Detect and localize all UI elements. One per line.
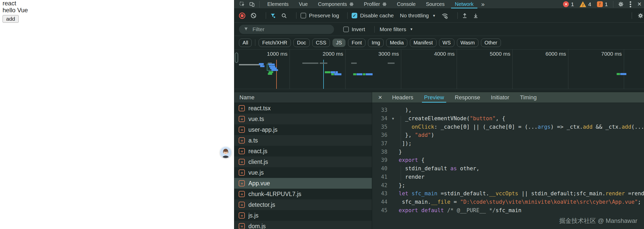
request-name: js.js xyxy=(248,212,259,219)
filter-chip-js[interactable]: JS xyxy=(332,39,346,47)
request-row-app-vue[interactable]: App.vue xyxy=(234,178,372,189)
filter-chip-wasm[interactable]: Wasm xyxy=(457,39,478,47)
code-line: 38} xyxy=(372,148,644,156)
filter-chip-manifest[interactable]: Manifest xyxy=(410,39,436,47)
error-badge[interactable]: ×1 xyxy=(563,1,574,7)
request-row-a-ts[interactable]: a.ts xyxy=(234,135,372,146)
filter-bar: Filter Invert More filters ▼ xyxy=(234,23,644,36)
tabbar-right-group: ×1 !4 !1 × xyxy=(560,0,644,8)
atom-icon xyxy=(349,2,354,6)
request-detail-tabs: × HeadersPreviewResponseInitiatorTiming xyxy=(372,92,644,103)
devtools-tab-elements[interactable]: Elements xyxy=(262,0,294,8)
settings-gear-icon[interactable] xyxy=(616,0,626,8)
request-row-vue-ts[interactable]: vue.ts xyxy=(234,114,372,124)
request-row-chunk-4lrpuvl7-js[interactable]: chunk-4LRPUVL7.js xyxy=(234,189,372,199)
waterfall-bar xyxy=(617,73,620,75)
add-button[interactable]: add xyxy=(3,15,19,23)
filter-chip-all[interactable]: All xyxy=(239,39,252,47)
divider xyxy=(259,1,260,8)
filter-chip-ws[interactable]: WS xyxy=(439,39,454,47)
detail-tab-initiator[interactable]: Initiator xyxy=(486,92,515,103)
import-har-icon[interactable] xyxy=(462,13,468,19)
avatar-girl-icon xyxy=(220,147,232,158)
network-overview-timeline[interactable]: 1000 ms2000 ms3000 ms4000 ms5000 ms6000 … xyxy=(234,50,644,89)
page-text-hello-vue: hello Vue xyxy=(3,7,234,14)
waterfall-bar xyxy=(320,63,327,64)
filter-chip-doc[interactable]: Doc xyxy=(293,39,310,47)
filter-chip-other[interactable]: Other xyxy=(481,39,501,47)
more-tabs-icon[interactable]: » xyxy=(479,1,487,8)
line-number: 34 xyxy=(372,115,387,122)
detail-tab-timing[interactable]: Timing xyxy=(515,92,542,103)
code-viewer[interactable]: 33 ),34▼ _createElementVNode("button", {… xyxy=(372,103,644,229)
name-column-header[interactable]: Name xyxy=(234,92,372,103)
waterfall-bar xyxy=(269,71,273,73)
devtools-tab-components[interactable]: Components xyxy=(313,0,359,8)
filter-icon[interactable] xyxy=(270,13,276,19)
code-text: }, "add") xyxy=(399,132,434,138)
filter-input[interactable]: Filter xyxy=(239,25,334,34)
network-toolbar: Preserve log Disable cache No throttling… xyxy=(234,9,644,23)
request-name: vue.js xyxy=(248,169,264,176)
avatar[interactable] xyxy=(220,147,232,158)
devtools-tab-sources[interactable]: Sources xyxy=(421,0,450,8)
preserve-log-checkbox[interactable]: Preserve log xyxy=(301,13,339,19)
detail-tab-preview[interactable]: Preview xyxy=(419,92,449,103)
throttling-select[interactable]: No throttling ▼ xyxy=(400,13,436,19)
more-menu-icon[interactable] xyxy=(630,4,631,5)
tab-label: Profiler xyxy=(364,1,380,7)
search-icon[interactable] xyxy=(281,13,287,19)
filter-chip-css[interactable]: CSS xyxy=(312,39,330,47)
code-line: 35 onClick: _cache[0] || (_cache[0] = (.… xyxy=(372,123,644,131)
request-row-user-app-js[interactable]: user-app.js xyxy=(234,124,372,135)
issues-badge[interactable]: !1 xyxy=(597,1,608,7)
request-row-vue-js[interactable]: vue.js xyxy=(234,167,372,178)
devtools-tab-vue[interactable]: Vue xyxy=(294,0,313,8)
devtools-tab-profiler[interactable]: Profiler xyxy=(359,0,392,8)
timeline-tick-label: 4000 ms xyxy=(416,51,455,57)
inspect-icon[interactable] xyxy=(237,0,247,8)
detail-tab-headers[interactable]: Headers xyxy=(387,92,419,103)
filter-chip-fetch-xhr[interactable]: Fetch/XHR xyxy=(259,39,291,47)
devtools-tab-network[interactable]: Network xyxy=(450,0,479,8)
device-toolbar-icon[interactable] xyxy=(247,0,257,8)
waterfall-bar xyxy=(351,63,357,64)
network-conditions-icon[interactable] xyxy=(441,12,448,19)
warning-badge[interactable]: !4 xyxy=(580,1,591,7)
filter-chip-img[interactable]: Img xyxy=(368,39,384,47)
request-name: client.js xyxy=(248,159,268,165)
line-number: 36 xyxy=(372,132,387,138)
throttling-value: No throttling xyxy=(400,13,429,19)
clear-network-log-icon[interactable] xyxy=(250,13,257,19)
invert-checkbox[interactable]: Invert xyxy=(343,26,365,32)
script-file-icon xyxy=(239,212,245,219)
close-devtools-icon[interactable]: × xyxy=(635,1,643,8)
disable-cache-checkbox[interactable]: Disable cache xyxy=(352,13,394,19)
filter-chip-font[interactable]: Font xyxy=(348,39,365,47)
timeline-tick-label: 6000 ms xyxy=(528,51,566,57)
devtools-tab-console[interactable]: Console xyxy=(392,0,421,8)
request-row-client-js[interactable]: client.js xyxy=(234,156,372,167)
code-line: 34▼ _createElementVNode("button", { xyxy=(372,114,644,123)
overview-window-handle[interactable] xyxy=(235,53,238,63)
invert-label: Invert xyxy=(352,26,365,32)
record-network-log-icon[interactable] xyxy=(239,13,245,19)
collapse-caret-icon[interactable]: ▼ xyxy=(387,117,399,120)
request-row-react-js[interactable]: react.js xyxy=(234,146,372,156)
request-row-js-js[interactable]: js.js xyxy=(234,210,372,221)
code-text: ), xyxy=(399,107,412,113)
request-row-detector-js[interactable]: detector.js xyxy=(234,199,372,210)
request-row-react-tsx[interactable]: react.tsx xyxy=(234,103,372,114)
waterfall-bar xyxy=(353,73,356,75)
more-filters-button[interactable]: More filters ▼ xyxy=(380,26,413,32)
dropdown-caret-icon: ▼ xyxy=(432,14,436,18)
divider xyxy=(613,1,613,8)
request-row-dom-js[interactable]: dom.js xyxy=(234,221,372,229)
filter-chip-media[interactable]: Media xyxy=(386,39,407,47)
detail-tab-response[interactable]: Response xyxy=(450,92,486,103)
script-file-icon xyxy=(239,180,245,186)
script-file-icon xyxy=(239,105,245,111)
export-har-icon[interactable] xyxy=(473,13,479,19)
close-detail-icon[interactable]: × xyxy=(378,93,382,101)
network-settings-gear-icon[interactable] xyxy=(638,13,643,19)
